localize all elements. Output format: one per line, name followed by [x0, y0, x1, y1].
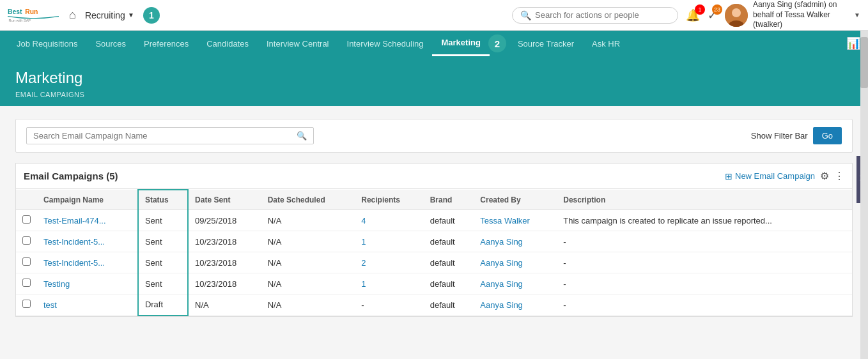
row-checkbox-0[interactable]: [16, 210, 37, 231]
date-scheduled-2: N/A: [261, 252, 355, 273]
global-search-bar[interactable]: 🔍: [512, 7, 678, 24]
created-by-0[interactable]: Tessa Walker: [474, 210, 557, 231]
svg-text:Run with SAP: Run with SAP: [9, 18, 31, 22]
row-checkbox-2[interactable]: [16, 252, 37, 273]
logo-icon: Best Run Run with SAP: [8, 4, 59, 27]
table-row: Test-Incident-5... Sent 10/23/2018 N/A 2…: [16, 252, 852, 273]
page-subtitle: EMAIL CAMPAIGNS: [15, 91, 853, 98]
svg-text:Best: Best: [8, 8, 22, 15]
page-title: Marketing: [15, 69, 853, 87]
new-email-campaign-button[interactable]: ⊞ New Email Campaign: [725, 171, 815, 181]
new-campaign-label: New Email Campaign: [735, 171, 815, 181]
recipients-3[interactable]: 1: [355, 273, 423, 294]
brand-2: default: [424, 252, 474, 273]
date-sent-4: N/A: [188, 294, 261, 316]
hero-banner: Marketing EMAIL CAMPAIGNS: [0, 56, 868, 106]
top-bar: Best Run Run with SAP ⌂ Recruiting ▼ 1 🔍…: [0, 0, 868, 31]
campaigns-table: Campaign Name Status Date Sent Date Sche…: [16, 189, 852, 316]
status-4: Draft: [138, 294, 188, 316]
search-campaign-icon: 🔍: [297, 131, 307, 141]
nav-source-tracker[interactable]: Source Tracker: [509, 31, 583, 56]
nav-job-requisitions[interactable]: Job Requisitions: [8, 31, 86, 56]
table-title: Email Campaigns (5): [24, 171, 118, 181]
nav-bar: Job Requisitions Sources Preferences Can…: [0, 31, 868, 56]
search-row: 🔍 Show Filter Bar Go: [15, 119, 853, 153]
recipients-2[interactable]: 2: [355, 252, 423, 273]
row-checkbox-3[interactable]: [16, 273, 37, 294]
icon-group: 🔔 1 ✓ 23: [686, 8, 717, 22]
nav-candidates[interactable]: Candidates: [198, 31, 258, 56]
col-created-by: Created By: [474, 190, 557, 210]
recipients-0[interactable]: 4: [355, 210, 423, 231]
go-button[interactable]: Go: [813, 127, 842, 144]
scrollbar-thumb[interactable]: [860, 37, 868, 88]
table-row: Test-Incident-5... Sent 10/23/2018 N/A 1…: [16, 231, 852, 252]
status-3: Sent: [138, 273, 188, 294]
notifications-button[interactable]: 🔔 1: [686, 8, 700, 22]
status-0: Sent: [138, 210, 188, 231]
search-email-campaign-input[interactable]: [33, 131, 297, 141]
new-campaign-icon: ⊞: [725, 171, 732, 181]
description-3: -: [557, 273, 852, 294]
campaign-name-1[interactable]: Test-Incident-5...: [37, 231, 138, 252]
nav-interview-central[interactable]: Interview Central: [258, 31, 338, 56]
date-scheduled-4: N/A: [261, 294, 355, 316]
campaign-name-4[interactable]: test: [37, 294, 138, 316]
annotation-2: 2: [488, 34, 506, 52]
created-by-3[interactable]: Aanya Sing: [474, 273, 557, 294]
nav-marketing[interactable]: Marketing: [432, 31, 489, 56]
recipients-1[interactable]: 1: [355, 231, 423, 252]
col-description: Description: [557, 190, 852, 210]
col-date-sent: Date Sent: [188, 190, 261, 210]
nav-ask-hr[interactable]: Ask HR: [583, 31, 629, 56]
row-checkbox-4[interactable]: [16, 294, 37, 316]
date-sent-2: 10/23/2018: [188, 252, 261, 273]
avatar: [725, 4, 748, 27]
campaign-name-2[interactable]: Test-Incident-5...: [37, 252, 138, 273]
created-by-4[interactable]: Aanya Sing: [474, 294, 557, 316]
tasks-button[interactable]: ✓ 23: [708, 8, 717, 22]
description-4: -: [557, 294, 852, 316]
nav-right-icon[interactable]: 📊: [846, 36, 860, 50]
settings-button[interactable]: ⚙: [820, 170, 829, 182]
annotation-1: 1: [143, 7, 160, 24]
home-icon[interactable]: ⌂: [69, 8, 76, 22]
description-2: -: [557, 252, 852, 273]
nav-preferences[interactable]: Preferences: [135, 31, 198, 56]
campaign-name-0[interactable]: Test-Email-474...: [37, 210, 138, 231]
col-status: Status: [138, 190, 188, 210]
search-input[interactable]: [535, 10, 670, 20]
nav-interview-scheduling[interactable]: Interview Scheduling: [338, 31, 433, 56]
campaign-search-container[interactable]: 🔍: [26, 127, 314, 144]
table-row: test Draft N/A N/A - default Aanya Sing …: [16, 294, 852, 316]
col-recipients: Recipients: [355, 190, 423, 210]
select-all-header: [16, 190, 37, 210]
search-icon: 🔍: [520, 10, 531, 20]
table-header-row: Email Campaigns (5) ⊞ New Email Campaign…: [16, 164, 852, 189]
col-brand: Brand: [424, 190, 474, 210]
svg-point-4: [732, 8, 741, 17]
nav-sources[interactable]: Sources: [86, 31, 135, 56]
recruiting-dropdown[interactable]: Recruiting ▼: [80, 8, 139, 23]
row-checkbox-1[interactable]: [16, 231, 37, 252]
created-by-1[interactable]: Aanya Sing: [474, 231, 557, 252]
brand-0: default: [424, 210, 474, 231]
notif-badge: 1: [695, 4, 705, 15]
tasks-badge: 23: [712, 4, 722, 15]
logo-area: Best Run Run with SAP: [8, 4, 59, 27]
campaign-name-3[interactable]: Testing: [37, 273, 138, 294]
scrollbar[interactable]: [860, 31, 868, 359]
brand-3: default: [424, 273, 474, 294]
user-dropdown-icon[interactable]: ▼: [854, 11, 860, 19]
user-area[interactable]: Aanya Sing (sfadmin) on behalf of Tessa …: [725, 0, 860, 30]
filter-btn-area: Show Filter Bar Go: [751, 127, 842, 144]
user-name: Aanya Sing (sfadmin) on behalf of Tessa …: [753, 0, 849, 30]
col-campaign-name: Campaign Name: [37, 190, 138, 210]
description-1: -: [557, 231, 852, 252]
table-actions: ⊞ New Email Campaign ⚙ ⋮: [725, 170, 844, 182]
created-by-2[interactable]: Aanya Sing: [474, 252, 557, 273]
more-options-button[interactable]: ⋮: [834, 170, 844, 182]
description-0: This campaign is created to replicate an…: [557, 210, 852, 231]
table-section: Email Campaigns (5) ⊞ New Email Campaign…: [15, 163, 853, 317]
date-sent-3: 10/23/2018: [188, 273, 261, 294]
